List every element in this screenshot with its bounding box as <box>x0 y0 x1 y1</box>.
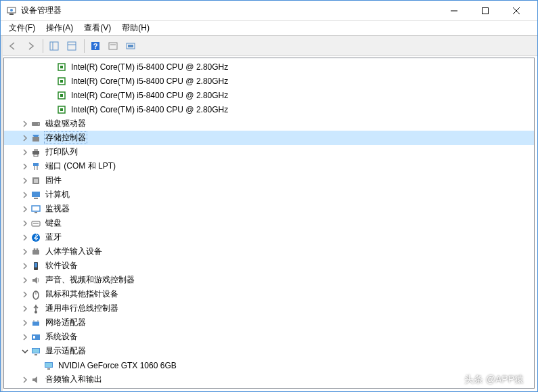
firmware-icon <box>30 175 41 186</box>
svg-rect-39 <box>35 212 37 213</box>
category-display[interactable]: 显示适配器 <box>4 344 534 358</box>
help-button[interactable]: ? <box>87 38 104 54</box>
expander-icon[interactable] <box>20 303 30 314</box>
svg-point-44 <box>34 248 36 250</box>
category-storage_controllers[interactable]: 存储控制器 <box>4 131 534 145</box>
app-icon <box>6 5 17 16</box>
svg-rect-16 <box>128 45 133 47</box>
expander-icon[interactable] <box>20 147 30 158</box>
node-label: 显示适配器 <box>44 345 87 357</box>
show-hide-tree-button[interactable] <box>46 38 62 54</box>
menubar: 文件(F) 操作(A) 查看(V) 帮助(H) <box>1 21 537 36</box>
expander-icon[interactable] <box>20 246 30 257</box>
category-ports[interactable]: 端口 (COM 和 LPT) <box>4 159 534 173</box>
svg-rect-27 <box>32 137 39 141</box>
expander-icon[interactable] <box>20 289 30 300</box>
node-label: 系统设备 <box>44 330 79 343</box>
port-icon <box>30 161 41 172</box>
category-firmware[interactable]: 固件 <box>4 173 534 188</box>
expander-icon[interactable] <box>20 332 30 343</box>
node-label: Intel(R) Core(TM) i5-8400 CPU @ 2.80GHz <box>70 104 229 115</box>
category-bluetooth[interactable]: 蓝牙 <box>4 230 534 244</box>
cpu-icon <box>56 76 67 87</box>
menu-view[interactable]: 查看(V) <box>79 21 116 35</box>
category-hid[interactable]: 人体学输入设备 <box>4 244 534 259</box>
expander-icon[interactable] <box>20 275 30 286</box>
svg-rect-61 <box>47 368 50 370</box>
menu-help[interactable]: 帮助(H) <box>116 21 155 35</box>
scan-button[interactable] <box>105 38 121 54</box>
cpu-item-3[interactable]: Intel(R) Core(TM) i5-8400 CPU @ 2.80GHz <box>4 102 534 116</box>
expander-icon[interactable] <box>20 190 30 200</box>
menu-file[interactable]: 文件(F) <box>3 21 41 35</box>
svg-point-45 <box>37 248 39 250</box>
node-label: 网络适配器 <box>44 316 87 329</box>
svg-rect-58 <box>35 354 37 355</box>
storage-icon <box>30 133 41 144</box>
expander-icon[interactable] <box>20 133 30 144</box>
node-label: 键盘 <box>44 217 63 230</box>
close-button[interactable] <box>501 1 532 21</box>
expander-icon[interactable] <box>20 232 30 243</box>
expander-icon[interactable] <box>20 118 30 129</box>
category-monitors[interactable]: 监视器 <box>4 202 534 216</box>
forward-button[interactable] <box>22 38 39 54</box>
svg-rect-20 <box>60 80 63 83</box>
svg-rect-28 <box>32 151 39 154</box>
expander-icon[interactable] <box>20 346 30 357</box>
category-audio_io[interactable]: 音频输入和输出 <box>4 372 534 387</box>
maximize-button[interactable] <box>470 1 501 21</box>
expander-icon[interactable] <box>20 175 30 186</box>
category-keyboards[interactable]: 键盘 <box>4 216 534 230</box>
node-label: 音频输入和输出 <box>44 373 104 386</box>
node-label: 存储控制器 <box>44 131 87 144</box>
cpu-item-0[interactable]: Intel(R) Core(TM) i5-8400 CPU @ 2.80GHz <box>4 60 534 74</box>
node-label: 人体学输入设备 <box>44 245 104 258</box>
expander-icon[interactable] <box>20 261 30 271</box>
menu-action[interactable]: 操作(A) <box>41 21 79 35</box>
window-title: 设备管理器 <box>21 5 439 16</box>
category-computer[interactable]: 计算机 <box>4 188 534 202</box>
bluetooth-icon <box>30 232 41 243</box>
node-label: 磁盘驱动器 <box>44 117 87 130</box>
node-label: 打印队列 <box>44 146 79 158</box>
category-sound[interactable]: 声音、视频和游戏控制器 <box>4 273 534 287</box>
node-label: Intel(R) Core(TM) i5-8400 CPU @ 2.80GHz <box>70 90 229 101</box>
svg-rect-22 <box>60 94 63 97</box>
category-network[interactable]: 网络适配器 <box>4 315 534 330</box>
expander-icon[interactable] <box>20 374 30 385</box>
cpu-item-1[interactable]: Intel(R) Core(TM) i5-8400 CPU @ 2.80GHz <box>4 74 534 88</box>
system-icon <box>30 332 41 343</box>
display-adapter-item[interactable]: NVIDIA GeForce GTX 1060 6GB <box>4 358 534 372</box>
svg-rect-57 <box>32 349 39 353</box>
usb-icon <box>30 303 41 314</box>
view-button[interactable] <box>122 38 139 54</box>
back-button[interactable] <box>5 38 21 54</box>
expander-icon[interactable] <box>20 204 30 215</box>
software-icon <box>30 261 41 271</box>
mouse-icon <box>30 289 41 300</box>
titlebar: 设备管理器 <box>1 1 537 21</box>
svg-rect-29 <box>34 149 38 151</box>
svg-rect-47 <box>35 263 37 267</box>
category-print_queues[interactable]: 打印队列 <box>4 145 534 159</box>
node-label: 固件 <box>44 174 63 187</box>
properties-button[interactable] <box>64 38 80 54</box>
expander-icon[interactable] <box>20 318 30 328</box>
device-tree[interactable]: Intel(R) Core(TM) i5-8400 CPU @ 2.80GHzI… <box>3 58 535 389</box>
category-system[interactable]: 系统设备 <box>4 330 534 344</box>
audio-icon <box>30 374 41 385</box>
svg-rect-4 <box>483 7 489 14</box>
cpu-item-2[interactable]: Intel(R) Core(TM) i5-8400 CPU @ 2.80GHz <box>4 88 534 102</box>
expander-icon[interactable] <box>20 218 30 229</box>
expander-icon[interactable] <box>20 161 30 172</box>
category-mice[interactable]: 鼠标和其他指针设备 <box>4 287 534 301</box>
svg-rect-30 <box>34 154 38 156</box>
category-software_devices[interactable]: 软件设备 <box>4 259 534 273</box>
category-usb[interactable]: 通用串行总线控制器 <box>4 301 534 315</box>
category-disk_drives[interactable]: 磁盘驱动器 <box>4 116 534 131</box>
minimize-button[interactable] <box>439 1 470 21</box>
cpu-icon <box>56 62 67 72</box>
svg-rect-43 <box>32 250 39 255</box>
svg-rect-31 <box>33 163 39 166</box>
